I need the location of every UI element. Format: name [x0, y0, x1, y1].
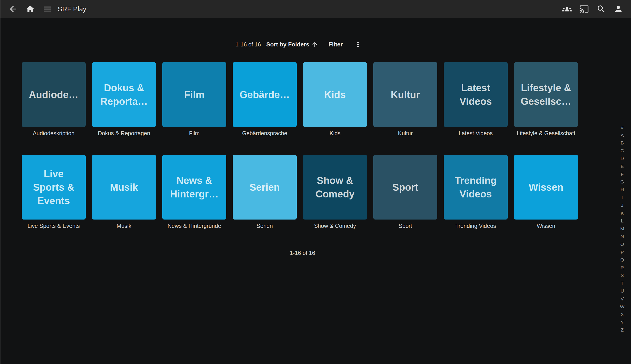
folder-tile-caption: Serien [233, 223, 297, 229]
alpha-letter[interactable]: X [618, 310, 626, 318]
home-button[interactable] [25, 4, 35, 14]
alpha-letter[interactable]: K [618, 210, 626, 217]
folder-tile-image[interactable]: Show & Comedy [303, 155, 367, 220]
folder-tile-title: Sport [392, 180, 418, 194]
kebab-menu-icon [354, 40, 362, 48]
folder-tile-caption: Sport [373, 223, 437, 229]
cast-button[interactable] [579, 4, 589, 14]
folder-tile-caption: Show & Comedy [303, 223, 367, 229]
folder-tile-image[interactable]: Sport [373, 155, 437, 220]
user-button[interactable] [614, 4, 623, 14]
alpha-letter[interactable]: # [618, 124, 626, 132]
folder-tile-image[interactable]: Kids [303, 62, 367, 127]
alpha-letter[interactable]: O [618, 240, 626, 248]
sort-ascending-arrow-icon [311, 41, 318, 48]
alpha-letter[interactable]: N [618, 232, 626, 240]
folder-tile-gebaerdensprache[interactable]: Gebärde… Gebärdensprache [233, 62, 297, 136]
folder-tile-serien[interactable]: Serien Serien [233, 155, 297, 229]
folder-tile-news-hintergruende[interactable]: News & Hintergr… News & Hintergründe [162, 155, 226, 229]
folder-tile-title: News & Hintergr… [170, 174, 218, 201]
alpha-letter[interactable]: E [618, 162, 626, 170]
alpha-letter[interactable]: U [618, 287, 626, 295]
alpha-letter[interactable]: Z [618, 326, 626, 334]
folder-tile-image[interactable]: Serien [233, 155, 297, 220]
alpha-letter[interactable]: P [618, 248, 626, 256]
alpha-letter[interactable]: V [618, 295, 626, 303]
alpha-letter[interactable]: M [618, 225, 626, 233]
paging-status-top: 1-16 of 16 [236, 41, 261, 48]
alpha-letter[interactable]: J [618, 202, 626, 210]
home-icon [26, 4, 35, 14]
folder-tile-film[interactable]: Film Film [162, 62, 226, 136]
folder-tile-image[interactable]: Film [162, 62, 226, 127]
folder-tile-musik[interactable]: Musik Musik [92, 155, 156, 229]
folder-tile-title: Kids [324, 88, 346, 102]
menu-button[interactable] [42, 4, 52, 14]
alpha-letter[interactable]: A [618, 132, 626, 139]
folder-tile-title: Live Sports & Events [33, 167, 74, 208]
alpha-letter[interactable]: Y [618, 318, 626, 326]
folder-tile-image[interactable]: Audiode… [22, 62, 86, 127]
folder-tile-image[interactable]: Dokus & Reporta… [92, 62, 156, 127]
folder-tile-image[interactable]: News & Hintergr… [162, 155, 226, 220]
alpha-letter[interactable]: S [618, 272, 626, 280]
folder-tile-image[interactable]: Kultur [373, 62, 437, 127]
folder-tile-image[interactable]: Live Sports & Events [22, 155, 86, 220]
folder-tile-kids[interactable]: Kids Kids [303, 62, 367, 136]
back-button[interactable] [8, 4, 18, 14]
folder-tile-trending-videos[interactable]: Trending Videos Trending Videos [444, 155, 508, 229]
folder-tile-audiodeskription[interactable]: Audiode… Audiodeskription [22, 62, 86, 136]
folder-tile-caption: Lifestyle & Gesellschaft [514, 130, 578, 136]
groups-icon [562, 4, 572, 14]
back-arrow-icon [8, 4, 18, 14]
search-button[interactable] [596, 4, 606, 14]
alpha-letter[interactable]: B [618, 139, 626, 147]
folder-tile-caption: Dokus & Reportagen [92, 130, 156, 136]
folder-tile-title: Kultur [391, 88, 420, 102]
folder-tile-image[interactable]: Musik [92, 155, 156, 220]
folder-tile-title: Film [184, 88, 204, 102]
alpha-letter[interactable]: G [618, 178, 626, 186]
folder-tile-show-comedy[interactable]: Show & Comedy Show & Comedy [303, 155, 367, 229]
hamburger-menu-icon [42, 4, 52, 14]
person-icon [614, 4, 623, 14]
folder-tile-dokus-reportagen[interactable]: Dokus & Reporta… Dokus & Reportagen [92, 62, 156, 136]
alpha-letter[interactable]: T [618, 280, 626, 287]
folder-tile-latest-videos[interactable]: Latest Videos Latest Videos [444, 62, 508, 136]
folder-tile-image[interactable]: Gebärde… [233, 62, 297, 127]
folder-tile-title: Show & Comedy [316, 174, 354, 201]
alphabet-picker: # A B C D E F G H I J K L M N O P Q R S … [618, 124, 626, 334]
filter-button[interactable]: Filter [328, 41, 343, 48]
folder-tile-caption: Trending Videos [444, 223, 508, 229]
folder-tile-caption: Wissen [514, 223, 578, 229]
more-options-button[interactable] [353, 40, 363, 49]
folder-tile-image[interactable]: Wissen [514, 155, 578, 220]
folder-tile-caption: Audiodeskription [22, 130, 86, 136]
alpha-letter[interactable]: Q [618, 256, 626, 264]
alpha-letter[interactable]: I [618, 194, 626, 202]
folder-tile-image[interactable]: Lifestyle & Gesellsc… [514, 62, 578, 127]
alpha-letter[interactable]: F [618, 170, 626, 178]
page-title: SRF Play [58, 5, 86, 13]
folder-tile-live-sports-events[interactable]: Live Sports & Events Live Sports & Event… [22, 155, 86, 229]
folder-tile-caption: Kids [303, 130, 367, 136]
folder-tile-kultur[interactable]: Kultur Kultur [373, 62, 437, 136]
folder-tile-title: Audiode… [29, 88, 78, 102]
folder-tile-sport[interactable]: Sport Sport [373, 155, 437, 229]
alpha-letter[interactable]: W [618, 303, 626, 311]
alpha-letter[interactable]: D [618, 154, 626, 162]
folder-tile-caption: News & Hintergründe [162, 223, 226, 229]
folder-tile-lifestyle-gesellschaft[interactable]: Lifestyle & Gesellsc… Lifestyle & Gesell… [514, 62, 578, 136]
folder-tile-image[interactable]: Latest Videos [444, 62, 508, 127]
sort-button[interactable]: Sort by Folders [266, 41, 318, 48]
syncplay-button[interactable] [562, 4, 572, 14]
folder-grid: Audiode… Audiodeskription Dokus & Report… [22, 62, 590, 248]
screen-left-edge [0, 0, 0, 364]
alpha-letter[interactable]: L [618, 217, 626, 225]
folder-tile-image[interactable]: Trending Videos [444, 155, 508, 220]
alpha-letter[interactable]: R [618, 264, 626, 272]
folder-tile-wissen[interactable]: Wissen Wissen [514, 155, 578, 229]
alpha-letter[interactable]: H [618, 186, 626, 194]
filter-button-label: Filter [328, 41, 343, 48]
alpha-letter[interactable]: C [618, 147, 626, 155]
